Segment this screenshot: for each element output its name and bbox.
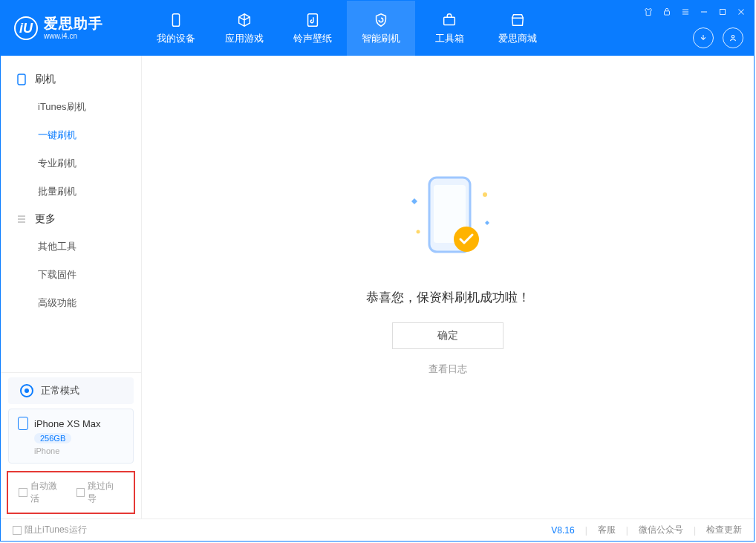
nav-batch-flash[interactable]: 批量刷机 [1, 178, 141, 206]
success-illustration-icon [392, 169, 504, 273]
nav: 刷机 iTunes刷机 一键刷机 专业刷机 批量刷机 更多 其他工具 下载固件 … [1, 56, 141, 317]
menu-icon[interactable] [677, 4, 694, 20]
window-controls [640, 4, 749, 20]
phone-small-icon [17, 74, 27, 85]
device-card[interactable]: iPhone XS Max 256GB iPhone [8, 409, 134, 464]
main-tabs: 我的设备 应用游戏 铃声壁纸 智能刷机 工具箱 爱思商城 [142, 1, 552, 56]
group-label: 刷机 [35, 73, 56, 86]
lock-icon[interactable] [659, 4, 675, 20]
logo-area: iU 爱思助手 www.i4.cn [1, 1, 142, 56]
logo-text: 爱思助手 www.i4.cn [44, 16, 103, 40]
sidebar: 刷机 iTunes刷机 一键刷机 专业刷机 批量刷机 更多 其他工具 下载固件 … [1, 56, 142, 518]
checkbox-icon [13, 526, 22, 535]
device-name-row: iPhone XS Max [18, 417, 124, 430]
separator: | [694, 525, 696, 536]
svg-rect-3 [665, 11, 670, 15]
svg-rect-6 [18, 74, 25, 85]
checkbox-auto-activate[interactable]: 自动激活 [19, 480, 66, 505]
device-type: iPhone [34, 446, 124, 455]
checkbox-label: 阻止iTunes运行 [25, 524, 87, 536]
close-button[interactable] [733, 4, 749, 20]
svg-point-5 [731, 36, 734, 39]
checkbox-label: 跳过向导 [88, 480, 123, 505]
checkbox-skip-guide[interactable]: 跳过向导 [76, 480, 124, 505]
nav-oneclick-flash[interactable]: 一键刷机 [1, 121, 141, 149]
tab-label: 工具箱 [435, 32, 464, 45]
tab-label: 应用游戏 [225, 32, 264, 45]
music-file-icon [304, 12, 321, 28]
wechat-link[interactable]: 微信公众号 [639, 524, 683, 536]
app-title: 爱思助手 [44, 16, 103, 32]
checkbox-label: 自动激活 [30, 480, 66, 505]
success-message: 恭喜您，保资料刷机成功啦！ [366, 289, 530, 306]
mode-status[interactable]: 正常模式 [8, 377, 134, 404]
nav-group-flash: 刷机 [1, 66, 141, 93]
checkbox-icon [76, 488, 85, 497]
check-update-link[interactable]: 检查更新 [706, 524, 742, 536]
header-bar: iU 爱思助手 www.i4.cn 我的设备 应用游戏 铃声壁纸 智能刷机 [1, 1, 754, 56]
device-capacity-badge: 256GB [34, 433, 71, 443]
nav-itunes-flash[interactable]: iTunes刷机 [1, 93, 141, 121]
app-subtitle: www.i4.cn [44, 32, 103, 40]
app-logo-icon: iU [14, 16, 38, 40]
version-label: V8.16 [551, 525, 574, 536]
download-button[interactable] [693, 27, 714, 48]
tab-label: 智能刷机 [362, 32, 400, 45]
checkbox-icon [19, 488, 27, 497]
footer-right: V8.16 | 客服 | 微信公众号 | 检查更新 [551, 524, 742, 536]
svg-rect-2 [444, 17, 455, 25]
phone-icon [168, 12, 184, 28]
tab-label: 我的设备 [157, 32, 195, 45]
checkbox-block-itunes[interactable]: 阻止iTunes运行 [13, 524, 87, 536]
mode-dot-icon [20, 384, 33, 397]
tab-toolbox[interactable]: 工具箱 [415, 1, 483, 56]
ok-button[interactable]: 确定 [392, 322, 504, 349]
toolbox-icon [441, 12, 457, 28]
tab-my-device[interactable]: 我的设备 [142, 1, 210, 56]
shop-icon [509, 12, 526, 28]
svg-point-11 [417, 230, 420, 234]
nav-group-more: 更多 [1, 206, 141, 233]
svg-rect-1 [308, 13, 318, 26]
nav-other-tools[interactable]: 其他工具 [1, 233, 141, 261]
separator: | [626, 525, 628, 536]
svg-rect-0 [172, 13, 179, 26]
device-phone-icon [18, 417, 28, 430]
footer-left: 阻止iTunes运行 [13, 524, 87, 536]
app-window: iU 爱思助手 www.i4.cn 我的设备 应用游戏 铃声壁纸 智能刷机 [0, 0, 755, 542]
shirt-icon[interactable] [640, 4, 656, 20]
cube-icon [236, 12, 252, 28]
tab-label: 铃声壁纸 [293, 32, 332, 45]
tab-label: 爱思商城 [498, 32, 537, 45]
tab-apps[interactable]: 应用游戏 [210, 1, 278, 56]
svg-rect-4 [720, 10, 726, 15]
tab-flash[interactable]: 智能刷机 [347, 1, 415, 56]
list-icon [17, 215, 27, 224]
refresh-shield-icon [373, 12, 389, 28]
tab-store[interactable]: 爱思商城 [483, 1, 552, 56]
nav-firmware[interactable]: 下载固件 [1, 261, 141, 289]
nav-advanced[interactable]: 高级功能 [1, 289, 141, 317]
user-button[interactable] [723, 27, 743, 48]
mode-label: 正常模式 [41, 384, 79, 397]
main-content: 恭喜您，保资料刷机成功啦！ 确定 查看日志 [142, 56, 754, 518]
device-area: 正常模式 iPhone XS Max 256GB iPhone 自动激活 [1, 372, 141, 518]
flash-options-row: 自动激活 跳过向导 [7, 471, 135, 514]
view-log-link[interactable]: 查看日志 [428, 362, 467, 376]
footer-bar: 阻止iTunes运行 V8.16 | 客服 | 微信公众号 | 检查更新 [1, 518, 754, 541]
tab-ringtones[interactable]: 铃声壁纸 [278, 1, 347, 56]
minimize-button[interactable] [696, 4, 712, 20]
body: 刷机 iTunes刷机 一键刷机 专业刷机 批量刷机 更多 其他工具 下载固件 … [1, 56, 754, 518]
maximize-button[interactable] [714, 4, 731, 20]
group-label: 更多 [35, 212, 56, 226]
nav-pro-flash[interactable]: 专业刷机 [1, 149, 141, 178]
svg-point-10 [483, 192, 487, 197]
device-name: iPhone XS Max [34, 418, 101, 429]
header-actions [693, 27, 743, 48]
success-hero: 恭喜您，保资料刷机成功啦！ 确定 查看日志 [366, 169, 530, 376]
support-link[interactable]: 客服 [598, 524, 616, 536]
separator: | [585, 525, 587, 536]
